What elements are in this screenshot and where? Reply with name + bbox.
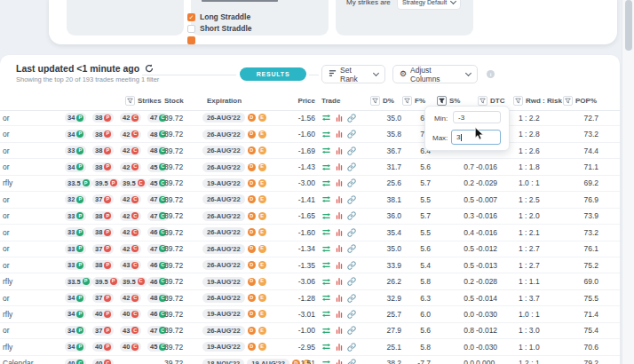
filter-funnel-icon[interactable] — [513, 96, 523, 106]
link-icon[interactable] — [347, 211, 356, 220]
table-row[interactable]: rfly 34P40P40C46C 39.72 19-AUG'22DE -3.0… — [0, 306, 620, 322]
chart-icon[interactable] — [335, 261, 344, 270]
link-icon[interactable] — [347, 261, 356, 270]
link-icon[interactable] — [347, 326, 356, 335]
link-icon[interactable] — [347, 195, 356, 204]
results-button[interactable]: RESULTS — [240, 67, 306, 81]
swap-trade-icon[interactable] — [321, 244, 331, 254]
table-row[interactable]: or 34P38P42C45C 39.72 26-AUG'22DE -1.43 … — [0, 159, 620, 175]
link-icon[interactable] — [347, 130, 356, 138]
link-icon[interactable] — [347, 277, 356, 286]
table-row[interactable]: or 33P37P42C47C 39.72 26-AUG'22DE -1.34 … — [0, 241, 620, 257]
min-input[interactable]: -3 — [453, 111, 501, 123]
column-header-rwd-risk[interactable]: Rwd : Risk — [513, 96, 558, 106]
chart-icon[interactable] — [335, 162, 344, 171]
swap-trade-icon[interactable] — [321, 146, 331, 155]
column-header-trade[interactable]: Trade — [321, 97, 370, 105]
swap-trade-icon[interactable] — [321, 178, 331, 188]
link-icon[interactable] — [347, 146, 356, 155]
swap-trade-icon[interactable] — [321, 277, 331, 287]
swap-trade-icon[interactable] — [321, 113, 331, 123]
chart-icon[interactable] — [335, 211, 344, 220]
column-header-pop[interactable]: POP% — [563, 96, 620, 106]
strike-slot: 39.5P — [92, 178, 120, 188]
link-icon[interactable] — [347, 294, 356, 303]
column-header-s[interactable]: S% — [432, 96, 474, 106]
column-header-f[interactable]: F% — [402, 96, 432, 106]
swap-trade-icon[interactable] — [321, 293, 331, 303]
table-row[interactable]: or 33P38P42C48C 39.72 26-AUG'22DE -1.69 … — [0, 143, 620, 159]
filter-funnel-icon[interactable] — [125, 96, 135, 106]
chart-icon[interactable] — [335, 195, 344, 204]
chart-icon[interactable] — [335, 310, 344, 319]
table-row[interactable]: rfly 34P40P40C45C 39.72 19-AUG'22DE -2.9… — [0, 339, 620, 355]
swap-trade-icon[interactable] — [321, 130, 331, 139]
table-row[interactable]: or 34P37P42C48C 39.72 26-AUG'22DE -1.28 … — [0, 290, 620, 306]
link-icon[interactable] — [347, 244, 356, 253]
set-rank-button[interactable]: Set Rank — [321, 65, 385, 83]
column-header-d[interactable]: D% — [370, 96, 402, 106]
link-icon[interactable] — [347, 310, 356, 319]
link-icon[interactable] — [347, 343, 356, 352]
adjust-columns-button[interactable]: ⚙ Adjust Columns — [392, 65, 478, 83]
table-row[interactable]: or 34P37P43C47C 39.72 26-AUG'22DE -1.00 … — [0, 323, 620, 339]
checkbox-long-straddle[interactable]: ✓ Long Straddle — [187, 12, 250, 21]
rwd-risk-cell: 1.0 : 1 — [513, 178, 558, 187]
swap-trade-icon[interactable] — [321, 309, 331, 319]
checkbox-short-straddle[interactable]: Short Straddle — [187, 24, 252, 33]
filter-funnel-icon[interactable] — [370, 96, 380, 106]
swap-trade-icon[interactable] — [321, 211, 331, 221]
chart-icon[interactable] — [335, 146, 344, 155]
link-icon[interactable] — [347, 178, 356, 187]
filter-funnel-icon[interactable] — [478, 96, 487, 106]
chart-icon[interactable] — [335, 114, 344, 123]
column-header-expiration[interactable]: Expiration — [207, 97, 287, 105]
rwd-risk-cell: 1.0 : 1 — [513, 310, 558, 319]
column-header-strikes[interactable]: Strikes — [125, 96, 160, 106]
table-row[interactable]: or 33P38P42C47C 39.72 26-AUG'22DE -1.65 … — [0, 209, 620, 225]
link-icon[interactable] — [347, 162, 356, 171]
table-row[interactable]: or 33P38P43C46C 39.72 26-AUG'22DE -1.35 … — [0, 257, 620, 273]
swap-trade-icon[interactable] — [321, 260, 331, 270]
chart-icon[interactable] — [335, 228, 344, 237]
chart-icon[interactable] — [335, 277, 344, 286]
chart-icon[interactable] — [335, 178, 344, 187]
chart-icon[interactable] — [335, 326, 344, 335]
table-row[interactable]: rfly 33.5P39.5P39.5C46C 39.72 19-AUG'22D… — [0, 273, 620, 289]
table-row[interactable]: rfly 33.5P39.5P39.5C45C 39.72 19-AUG'22D… — [0, 176, 620, 192]
link-icon[interactable] — [347, 228, 356, 237]
swap-trade-icon[interactable] — [321, 194, 331, 204]
column-header-stock[interactable]: Stock — [164, 97, 202, 105]
chart-icon[interactable] — [335, 130, 344, 138]
link-icon[interactable] — [347, 114, 356, 123]
filter-funnel-icon-active[interactable] — [437, 96, 447, 106]
table-row[interactable]: or 34P38P42C47C 39.72 26-AUG'22DE -1.56 … — [0, 110, 620, 126]
table-row[interactable]: Calendar 40C40C 39.72 18-NOV'2219-AUG'22… — [0, 356, 620, 364]
strike-value: 33 — [67, 146, 75, 154]
chart-icon[interactable] — [335, 343, 344, 352]
strike-value: 40 — [95, 343, 102, 351]
swap-trade-icon[interactable] — [321, 162, 331, 172]
swap-trade-icon[interactable] — [321, 359, 331, 364]
refresh-icon[interactable] — [145, 64, 154, 73]
link-icon[interactable] — [347, 359, 356, 364]
filter-funnel-icon[interactable] — [402, 96, 412, 106]
table-row[interactable]: or 34P38P42C48C 39.72 26-AUG'22DE -1.60 … — [0, 126, 620, 142]
filter-funnel-icon[interactable] — [563, 96, 573, 106]
strikes-strategy-dropdown[interactable]: Strategy Default — [397, 0, 461, 10]
swap-trade-icon[interactable] — [321, 227, 331, 237]
clipped-checked-checkbox[interactable] — [187, 36, 195, 44]
swap-trade-icon[interactable] — [321, 342, 331, 352]
table-row[interactable]: or 32P37P42C47C 39.72 26-AUG'22DE -1.41 … — [0, 192, 620, 208]
scrollbar-thumb[interactable] — [625, 0, 632, 51]
chart-icon[interactable] — [335, 359, 344, 364]
column-header-dtc[interactable]: DTC — [474, 96, 513, 106]
column-header-price[interactable]: Price — [287, 97, 319, 105]
chart-icon[interactable] — [335, 244, 344, 253]
table-row[interactable]: or 33P38P42C46C 39.72 26-AUG'22DE -1.60 … — [0, 225, 620, 241]
chart-icon[interactable] — [335, 294, 344, 303]
info-icon[interactable]: i — [487, 70, 495, 78]
strike-badge: 34P — [65, 162, 86, 172]
swap-trade-icon[interactable] — [321, 326, 331, 336]
scrollbar-track[interactable] — [622, 0, 634, 364]
